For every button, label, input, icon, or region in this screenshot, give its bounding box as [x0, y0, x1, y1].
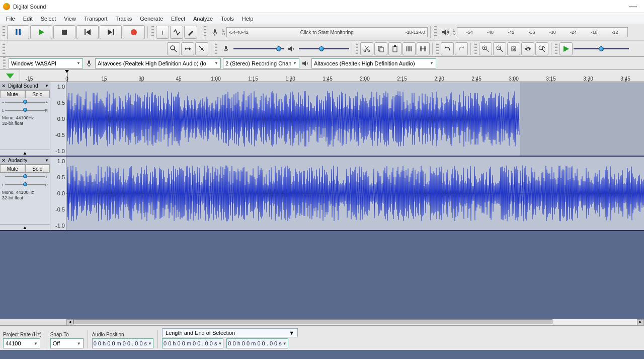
svg-rect-20 — [225, 46, 227, 49]
menu-tracks[interactable]: Tracks — [112, 15, 136, 23]
trim-button[interactable] — [403, 42, 416, 55]
mute-button[interactable]: Mute — [0, 90, 25, 98]
playback-volume-slider[interactable] — [299, 46, 349, 52]
menu-analyze[interactable]: Analyze — [189, 15, 217, 23]
gain-slider[interactable]: −+ — [0, 173, 50, 181]
track-close-button[interactable]: ✕ — [0, 158, 7, 163]
waveform-display[interactable] — [66, 82, 644, 156]
track-control-panel: ✕ Audacity ▼ Mute Solo −+ LR Mono, 44100… — [0, 157, 50, 230]
menu-generate[interactable]: Generate — [136, 15, 167, 23]
pause-button[interactable] — [7, 25, 29, 39]
draw-tool-button[interactable] — [184, 26, 197, 39]
track-menu-button[interactable]: ▼ — [44, 158, 50, 163]
menu-effect[interactable]: Effect — [167, 15, 189, 23]
fit-project-button[interactable] — [521, 42, 534, 55]
track-name-label[interactable]: Audacity — [7, 158, 44, 163]
collapse-button[interactable]: ▲ — [0, 150, 50, 156]
paste-button[interactable] — [388, 42, 401, 55]
track-menu-button[interactable]: ▼ — [44, 84, 50, 88]
pan-slider[interactable]: LR — [0, 106, 50, 114]
scroll-left-button[interactable]: ◄ — [66, 319, 73, 325]
pan-slider[interactable]: LR — [0, 181, 50, 189]
gain-slider[interactable]: −+ — [0, 98, 50, 106]
copy-button[interactable] — [374, 42, 387, 55]
fit-selection-button[interactable] — [507, 42, 520, 55]
solo-button[interactable]: Solo — [25, 90, 50, 98]
svg-marker-5 — [86, 29, 91, 35]
svg-line-52 — [542, 49, 545, 52]
zoom-in-button[interactable] — [479, 42, 492, 55]
envelope-tool-button[interactable] — [170, 26, 183, 39]
toolbar-grip[interactable] — [434, 26, 437, 38]
solo-button[interactable]: Solo — [25, 165, 50, 173]
amplitude-ruler[interactable]: 1.00.50.0-0.5-1.0 — [50, 157, 66, 230]
waveform-display[interactable] — [66, 157, 644, 230]
zoom-out-button[interactable] — [493, 42, 506, 55]
menu-help[interactable]: Help — [238, 15, 258, 23]
menu-file[interactable]: File — [2, 15, 19, 23]
toolbar-grip[interactable] — [474, 43, 477, 55]
record-button[interactable] — [123, 25, 145, 39]
play-button[interactable] — [30, 25, 52, 39]
mute-button[interactable]: Mute — [0, 165, 25, 173]
menu-view[interactable]: View — [60, 15, 80, 23]
svg-text:I: I — [162, 30, 163, 36]
audio-position-field[interactable]: 0 0 h 0 0 m 0 0 . 0 0 s▼ — [92, 338, 153, 348]
project-rate-select[interactable]: 44100▼ — [3, 338, 40, 348]
svg-rect-3 — [62, 30, 67, 35]
selection-start-field[interactable]: 0 0 h 0 0 m 0 0 . 0 0 s▼ — [162, 338, 223, 348]
toolbar-grip[interactable] — [204, 26, 206, 38]
selection-tool-button[interactable]: I — [156, 26, 169, 39]
mic-volume-icon — [219, 42, 232, 55]
recording-device-select[interactable]: Altavoces (Realtek High Definition Audio… — [95, 58, 221, 68]
toolbar-grip[interactable] — [3, 43, 5, 55]
skip-start-button[interactable] — [76, 25, 99, 39]
stop-button[interactable] — [53, 25, 75, 39]
track-close-button[interactable]: ✕ — [0, 83, 7, 89]
start-monitoring-label[interactable]: Click to Start Monitoring — [227, 28, 427, 37]
audio-host-select[interactable]: Windows WASAPI▼ — [9, 58, 83, 68]
menu-edit[interactable]: Edit — [19, 15, 37, 23]
recording-meter[interactable]: -54 -48 -42 -18 -12 -6 0 Click to Start … — [226, 27, 428, 37]
minimize-button[interactable]: — — [625, 2, 641, 11]
snap-to-select[interactable]: Off▼ — [50, 338, 84, 348]
horizontal-scrollbar[interactable]: ◄ ► — [0, 319, 644, 326]
cut-button[interactable] — [360, 42, 373, 55]
svg-marker-6 — [108, 29, 112, 35]
playback-device-select[interactable]: Altavoces (Realtek High Definition Audio… — [311, 58, 436, 68]
toolbar-grip[interactable] — [555, 43, 557, 55]
selection-mode-select[interactable]: Length and End of Selection▼ — [162, 328, 298, 337]
timeline-pin-button[interactable] — [0, 70, 20, 82]
timeline-ruler[interactable]: -1501530451:001:151:301:452:002:152:302:… — [0, 70, 644, 82]
timeshift-tool-button[interactable] — [181, 42, 194, 55]
toolbar-grip[interactable] — [151, 26, 154, 38]
recording-volume-slider[interactable] — [233, 46, 284, 52]
toolbar-grip[interactable] — [3, 57, 6, 69]
toolbar-grip[interactable] — [3, 26, 5, 38]
menu-transport[interactable]: Transport — [80, 15, 112, 23]
playhead-indicator[interactable] — [67, 70, 67, 82]
menu-tools[interactable]: Tools — [217, 15, 238, 23]
recording-channels-select[interactable]: 2 (Stereo) Recording Chan▼ — [223, 58, 299, 68]
playback-meter[interactable]: -54 -48 -42 -36 -30 -24 -18 -12 — [457, 27, 628, 37]
amplitude-ruler[interactable]: 1.00.50.0-0.5-1.0 — [50, 82, 66, 156]
undo-button[interactable] — [441, 42, 454, 55]
svg-marker-16 — [189, 47, 191, 50]
svg-line-13 — [174, 49, 177, 52]
toolbar-grip[interactable] — [215, 43, 217, 55]
zoom-toggle-button[interactable] — [535, 42, 548, 55]
scroll-right-button[interactable]: ► — [637, 319, 644, 325]
play-at-speed-button[interactable] — [559, 42, 573, 55]
playback-speed-slider[interactable] — [574, 46, 629, 52]
menu-select[interactable]: Select — [37, 15, 60, 23]
redo-button[interactable] — [455, 42, 468, 55]
toolbar-grip[interactable] — [356, 43, 358, 55]
zoom-tool-button[interactable] — [167, 42, 180, 55]
multi-tool-button[interactable] — [195, 42, 208, 55]
toolbar-grip[interactable] — [436, 43, 439, 55]
selection-end-field[interactable]: 0 0 h 0 0 m 0 0 . 0 0 s▼ — [226, 338, 288, 348]
silence-button[interactable] — [417, 42, 430, 55]
skip-end-button[interactable] — [100, 25, 122, 39]
track-name-label[interactable]: Digital Sound — [7, 83, 44, 89]
collapse-button[interactable]: ▲ — [0, 224, 50, 230]
